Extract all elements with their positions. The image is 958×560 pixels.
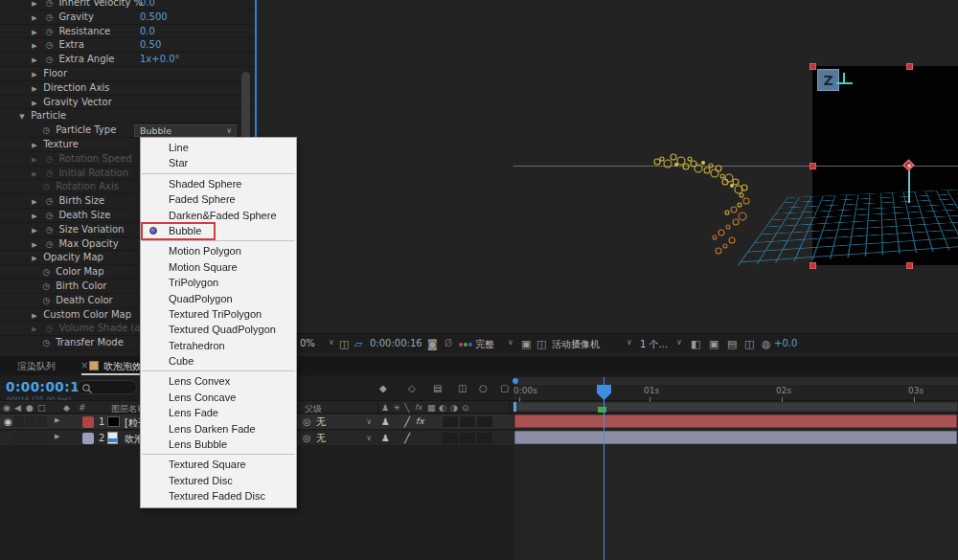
solo-column-icon[interactable]: ● (26, 403, 34, 413)
menu-item[interactable]: TriPolygon (141, 275, 296, 290)
chevron-down-icon[interactable]: ∨ (676, 338, 682, 347)
shy-switch-icon[interactable]: ♟ (381, 403, 389, 413)
menu-item[interactable] (142, 370, 295, 371)
show-channel-icon[interactable] (459, 338, 473, 348)
parent-dropdown[interactable]: 无∨ (316, 432, 376, 444)
quality-toggle[interactable]: ╱ (404, 433, 410, 443)
quality-toggle[interactable]: ╱ (404, 416, 410, 427)
snapshot-camera-icon[interactable]: ◙ (427, 338, 438, 350)
stopwatch-icon[interactable]: ◷ (43, 322, 56, 336)
selection-handle[interactable] (906, 63, 913, 70)
pickwhip-icon[interactable]: ◎ (303, 416, 311, 427)
exposure-aperture-icon[interactable]: ◍ (762, 338, 771, 350)
menu-item[interactable]: Textured Faded Disc (141, 488, 296, 504)
solo-toggle[interactable] (25, 433, 35, 443)
menu-item[interactable]: Textured Disc (141, 473, 296, 488)
menu-item[interactable]: Star (141, 155, 296, 170)
threed-switch-icon[interactable]: ⊙ (462, 403, 469, 413)
menu-item[interactable]: Lens Fade (141, 405, 296, 420)
menu-item[interactable]: Textured QuadPolygon (141, 322, 296, 337)
quality-switch-icon[interactable]: ╲ (404, 403, 409, 413)
layer-expand-arrow[interactable]: ▶ (55, 416, 59, 424)
expand-arrow-icon[interactable]: ▶ (29, 82, 40, 97)
stopwatch-icon[interactable]: ◷ (40, 294, 53, 308)
expand-arrow-icon[interactable]: ▶ (29, 97, 40, 111)
fast-previews-icon[interactable]: ▣ (521, 338, 531, 350)
menu-item[interactable]: Lens Convex (141, 373, 296, 389)
menu-item[interactable]: Tetrahedron (141, 338, 296, 353)
stopwatch-icon[interactable]: ◷ (43, 0, 56, 11)
expand-arrow-icon[interactable]: ▶ (29, 238, 40, 253)
expand-arrow-icon[interactable]: ▶ (29, 153, 40, 168)
expand-arrow-icon[interactable]: ▶ (29, 224, 40, 238)
motion-blur-switch-icon[interactable]: ◐ (439, 403, 446, 413)
effect-property-row[interactable]: ▶ Direction Axis (0, 81, 255, 96)
label-column-icon[interactable]: ◆ (63, 403, 70, 413)
stopwatch-icon[interactable]: ◷ (43, 38, 56, 53)
audio-toggle[interactable] (13, 416, 24, 427)
menu-item[interactable]: Cube (141, 353, 296, 369)
stopwatch-icon[interactable]: ◷ (43, 194, 56, 209)
chevron-down-icon[interactable]: ∨ (508, 338, 513, 347)
lock-toggle[interactable] (36, 433, 47, 443)
selection-handle[interactable] (906, 262, 913, 269)
stopwatch-icon[interactable]: ◷ (40, 265, 53, 280)
collapse-switch-icon[interactable]: ☀ (393, 403, 400, 413)
stopwatch-icon[interactable]: ◷ (43, 53, 56, 67)
property-value[interactable]: 0.0 (140, 0, 155, 11)
menu-item[interactable]: Line (141, 140, 296, 155)
shy-toggle[interactable]: ♟ (381, 433, 390, 443)
audio-toggle[interactable] (13, 433, 24, 443)
expand-arrow-icon[interactable]: ▶ (29, 54, 40, 68)
menu-item[interactable]: Lens Darken Fade (141, 421, 296, 437)
label-color-swatch[interactable] (82, 416, 94, 428)
stopwatch-icon[interactable]: ◷ (43, 11, 56, 25)
lock-column-icon[interactable]: □ (37, 403, 46, 413)
property-value[interactable]: 0.0 (140, 25, 155, 39)
chevron-down-icon[interactable]: ∨ (329, 338, 334, 347)
menu-item[interactable] (142, 240, 295, 241)
work-area-start-handle[interactable] (513, 402, 516, 412)
stopwatch-icon[interactable]: ◷ (40, 280, 53, 294)
effect-property-row[interactable]: ▼ Particle (0, 109, 255, 123)
switch-cell[interactable] (460, 433, 475, 443)
effect-property-row[interactable]: ▶ Floor (0, 67, 255, 81)
parent-dropdown[interactable]: 无∨ (316, 415, 376, 428)
frame-blending-icon[interactable]: ◫ (458, 383, 467, 393)
layer-expand-arrow[interactable]: ▶ (55, 433, 59, 440)
show-snapshot-icon[interactable]: Ø (445, 338, 452, 348)
expand-arrow-icon[interactable]: ▶ (29, 11, 40, 26)
solo-toggle[interactable] (25, 416, 35, 427)
shy-layers-icon[interactable]: ▤ (433, 383, 442, 393)
stopwatch-icon[interactable]: ◷ (40, 336, 53, 350)
preview-timecode[interactable]: 0:00:00:16 (370, 338, 422, 348)
stopwatch-icon[interactable]: ◷ (40, 180, 53, 194)
expand-arrow-icon[interactable]: ▶ (29, 39, 40, 54)
menu-item[interactable]: Lens Bubble (141, 437, 296, 452)
adjustment-switch-icon[interactable]: ◑ (450, 403, 458, 413)
expand-arrow-icon[interactable]: ▶ (29, 210, 40, 224)
exposure-value[interactable]: +0.0 (774, 338, 797, 348)
stopwatch-icon[interactable]: ◷ (43, 167, 56, 181)
stopwatch-icon[interactable]: ◷ (43, 237, 56, 252)
camera-view-value[interactable]: 活动摄像机 (552, 338, 600, 351)
menu-item[interactable]: Motion Square (141, 259, 296, 275)
property-value[interactable]: 0.500 (140, 11, 168, 25)
transparency-grid-icon[interactable]: ◫ (536, 338, 546, 350)
menu-item[interactable]: Lens Concave (141, 390, 296, 405)
switch-cell[interactable] (460, 416, 475, 427)
effect-property-row[interactable]: ◷ Particle Type Bubble∨ (0, 123, 255, 138)
navigator-handle[interactable] (513, 378, 518, 384)
effect-property-row[interactable]: ▶ Gravity Vector (0, 96, 255, 110)
frame-blend-switch-icon[interactable]: ▦ (427, 403, 436, 413)
menu-item[interactable]: Motion Polygon (141, 243, 296, 258)
stopwatch-icon[interactable]: ◷ (40, 123, 53, 138)
tab-render-queue[interactable]: 渲染队列 (17, 360, 56, 373)
stopwatch-icon[interactable]: ◷ (43, 209, 56, 223)
effect-property-row[interactable]: ▶ ◷ Extra Angle 1x+0.0° (0, 53, 255, 67)
eye-column-icon[interactable]: ◉ (3, 403, 11, 413)
effect-property-row[interactable]: ▶ ◷ Resistance 0.0 (0, 25, 255, 39)
menu-item[interactable]: Darken&Faded Sphere (141, 208, 296, 223)
expand-arrow-icon[interactable]: ▶ (29, 195, 40, 210)
switch-cell[interactable] (443, 416, 458, 427)
